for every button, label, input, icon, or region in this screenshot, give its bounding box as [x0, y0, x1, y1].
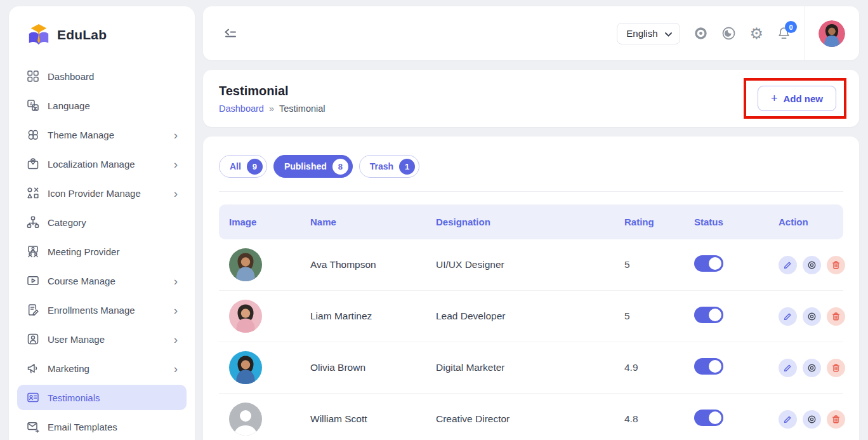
topbar-actions: English — [617, 6, 845, 60]
sidebar-item-icon-provider-manage[interactable]: Icon Provider Manage › — [17, 180, 187, 206]
sidebar-item-marketing[interactable]: Marketing › — [17, 356, 187, 381]
edit-button[interactable] — [779, 359, 797, 377]
cell-image — [219, 403, 300, 436]
table-header: ImageNameDesignationRatingStatusAction — [219, 204, 843, 239]
add-new-button[interactable]: + Add new — [758, 86, 836, 111]
edit-button[interactable] — [779, 410, 797, 429]
view-button[interactable] — [803, 410, 821, 429]
cell-status — [684, 410, 768, 429]
breadcrumb-current: Testimonial — [279, 103, 326, 114]
cell-actions — [768, 410, 845, 429]
edit-pencil-icon — [783, 415, 792, 424]
filter-tab-published[interactable]: Published 8 — [273, 155, 353, 178]
brand-name: EduLab — [57, 27, 107, 43]
delete-trash-icon — [831, 260, 841, 270]
settings-button[interactable]: ⚙ — [749, 26, 763, 41]
view-eye-icon — [807, 363, 817, 373]
cell-actions — [768, 307, 845, 326]
view-button[interactable] — [803, 256, 821, 274]
chevron-right-icon: › — [174, 363, 180, 375]
filter-tab-label: All — [230, 161, 241, 171]
sidebar-item-user-manage[interactable]: User Manage › — [17, 326, 187, 352]
sidebar-item-meeting-provider[interactable]: Meeting Provider — [17, 239, 187, 264]
theme-icon — [27, 128, 39, 141]
sidebar-item-label: Theme Manage — [48, 130, 174, 140]
breadcrumb-dashboard-link[interactable]: Dashboard — [219, 103, 264, 114]
collapse-sidebar-button[interactable] — [221, 24, 240, 43]
sidebar-item-language[interactable]: A Language — [17, 93, 187, 118]
status-toggle[interactable] — [694, 255, 723, 272]
dark-mode-button[interactable] — [721, 26, 736, 41]
sidebar-item-dashboard[interactable]: Dashboard — [17, 63, 187, 89]
table-row-william-scott: William Scott Creative Director 4.8 — [219, 394, 843, 440]
filter-tab-all[interactable]: All 9 — [219, 155, 267, 178]
view-button[interactable] — [803, 307, 821, 326]
sidebar-item-enrollments-manage[interactable]: Enrollments Manage › — [17, 297, 187, 323]
testimonial-designation: Lead Developer — [426, 310, 614, 322]
filter-tab-count-badge: 9 — [247, 159, 263, 175]
sidebar-item-label: Localization Manage — [48, 159, 174, 170]
view-button[interactable] — [803, 359, 821, 377]
edit-button[interactable] — [779, 307, 797, 326]
notification-badge: 0 — [785, 21, 797, 33]
language-select[interactable]: English — [617, 23, 680, 44]
breadcrumb-separator: » — [269, 103, 274, 114]
table-row-olivia-brown: Olivia Brown Digital Marketer 4.9 — [219, 342, 843, 394]
toggle-knob — [709, 360, 721, 373]
email-icon — [27, 420, 39, 433]
topbar-divider — [805, 6, 805, 60]
user-avatar[interactable] — [819, 20, 845, 47]
sidebar-item-category[interactable]: Category — [17, 210, 187, 235]
course-icon — [27, 274, 39, 287]
chevron-right-icon: › — [174, 304, 180, 316]
divider — [219, 191, 843, 192]
edit-pencil-icon — [783, 260, 792, 270]
filter-tab-label: Published — [284, 161, 327, 171]
delete-button[interactable] — [827, 307, 845, 326]
filter-tab-label: Trash — [370, 161, 393, 171]
testimonial-list-card: All 9 Published 8 Trash 1 ImageNameDesig… — [203, 137, 859, 440]
sidebar-item-email-templates[interactable]: Email Templates — [17, 414, 187, 439]
notifications-button[interactable]: 0 — [777, 26, 791, 41]
language-select-value: English — [626, 28, 657, 39]
delete-button[interactable] — [827, 410, 845, 429]
sidebar-item-testimonials[interactable]: Testimonials — [17, 385, 187, 410]
visibility-button[interactable] — [694, 26, 708, 41]
sidebar-nav: Dashboard A Language Theme Manage › Loca… — [9, 63, 195, 439]
toggle-knob — [709, 411, 721, 424]
column-header-image: Image — [219, 217, 300, 227]
status-toggle[interactable] — [694, 410, 723, 426]
table-row-ava-thompson: Ava Thompson UI/UX Designer 5 — [219, 239, 843, 291]
status-toggle[interactable] — [694, 358, 723, 375]
chevron-down-icon — [665, 28, 672, 39]
sidebar-item-label: Dashboard — [48, 71, 180, 82]
sidebar-item-label: Testimonials — [48, 392, 180, 403]
testimonial-avatar — [229, 248, 262, 281]
cell-status — [684, 307, 768, 326]
delete-button[interactable] — [827, 359, 845, 377]
brand[interactable]: EduLab — [9, 6, 195, 47]
edit-button[interactable] — [779, 256, 797, 274]
cell-actions — [768, 256, 845, 274]
cell-status — [684, 255, 768, 274]
page-title: Testimonial — [219, 84, 326, 98]
filter-tab-trash[interactable]: Trash 1 — [359, 155, 419, 178]
sidebar-item-theme-manage[interactable]: Theme Manage › — [17, 122, 187, 147]
collapse-sidebar-icon — [223, 27, 237, 41]
sidebar-item-course-manage[interactable]: Course Manage › — [17, 268, 187, 293]
edulab-logo-icon — [27, 23, 51, 47]
add-new-label: Add new — [784, 93, 824, 104]
sidebar-item-localization-manage[interactable]: Localization Manage › — [17, 151, 187, 177]
delete-trash-icon — [831, 363, 841, 373]
table-body: Ava Thompson UI/UX Designer 5 — [219, 239, 843, 440]
testimonial-rating: 4.9 — [614, 362, 684, 373]
sidebar-item-label: Category — [48, 217, 180, 228]
filter-tab-count-badge: 8 — [332, 159, 348, 175]
localization-icon — [27, 157, 39, 170]
delete-button[interactable] — [827, 256, 845, 274]
testimonial-name: William Scott — [300, 413, 426, 425]
view-eye-icon — [807, 415, 817, 424]
filter-tab-count-badge: 1 — [399, 159, 415, 175]
status-toggle[interactable] — [694, 307, 723, 323]
topbar: English — [203, 6, 859, 60]
